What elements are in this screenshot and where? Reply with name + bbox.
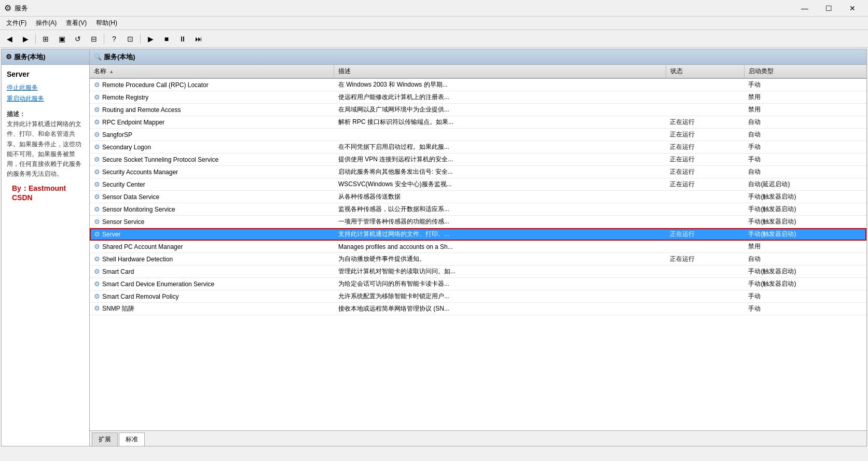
col-header-status[interactable]: 状态 [666, 65, 744, 78]
service-icon: ⚙ [94, 118, 100, 126]
service-icon: ⚙ [94, 180, 100, 188]
table-row[interactable]: ⚙Smart Card管理此计算机对智能卡的读取访问问。如...手动(触发器启动… [90, 266, 866, 278]
services-table[interactable]: 名称 ▲ 描述 状态 启动类型 [90, 65, 866, 430]
table-row[interactable]: ⚙Security Accounts Manager启动此服务将向其他服务发出信… [90, 166, 866, 178]
service-icon: ⚙ [94, 218, 100, 226]
service-name-cell: ⚙Sensor Data Service [90, 191, 334, 203]
service-status-cell [666, 303, 744, 315]
service-status-cell: 正在运行 [666, 178, 744, 191]
service-status-cell [666, 266, 744, 278]
separator-3 [140, 34, 141, 44]
table-row[interactable]: ⚙Sensor Data Service从各种传感器传送数据手动(触发器启动) [90, 191, 866, 203]
col-header-startup[interactable]: 启动类型 [744, 65, 866, 78]
service-icon: ⚙ [94, 205, 100, 213]
col-header-name[interactable]: 名称 ▲ [90, 65, 334, 78]
restart-service-link[interactable]: 重启动此服务 [7, 94, 84, 103]
service-desc-cell: WSCSVC(Windows 安全中心)服务监视... [334, 178, 666, 191]
table-row[interactable]: ⚙Remote Registry使远程用户能修改此计算机上的注册表...禁用 [90, 91, 866, 104]
menu-help[interactable]: 帮助(H) [92, 18, 121, 29]
service-desc-cell: 管理此计算机对智能卡的读取访问问。如... [334, 266, 666, 278]
service-name-cell: ⚙Shared PC Account Manager [90, 241, 334, 253]
table-row[interactable]: ⚙Sensor Service一项用于管理各种传感器的功能的传感...手动(触发… [90, 216, 866, 228]
menu-view[interactable]: 查看(V) [62, 18, 91, 29]
desc-label: 描述： [7, 110, 25, 118]
forward-button[interactable]: ▶ [18, 32, 33, 46]
table-row[interactable]: ⚙Secondary Logon在不同凭据下启用启动过程。如果此服...正在运行… [90, 141, 866, 153]
service-desc-cell: 监视各种传感器，以公开数据和适应系... [334, 203, 666, 216]
menu-action[interactable]: 操作(A) [32, 18, 61, 29]
restart-button[interactable]: ⏭ [191, 32, 206, 46]
service-desc-cell: 为自动播放硬件事件提供通知。 [334, 253, 666, 266]
service-status-cell: 正在运行 [666, 141, 744, 153]
content-header-title: 服务(本地) [104, 52, 135, 62]
help-button[interactable]: ? [107, 32, 121, 46]
tab-expand[interactable]: 扩展 [92, 432, 118, 446]
service-name-cell: ⚙Security Center [90, 178, 334, 191]
table-row[interactable]: ⚙Security CenterWSCSVC(Windows 安全中心)服务监视… [90, 178, 866, 191]
service-startup-cell: 手动 [744, 141, 866, 153]
view1-button[interactable]: ⊞ [38, 32, 53, 46]
service-startup-cell: 自动 [744, 253, 866, 266]
table-row[interactable]: ⚙Smart Card Device Enumeration Service为给… [90, 278, 866, 290]
minimize-button[interactable]: — [793, 1, 816, 16]
back-button[interactable]: ◀ [2, 32, 17, 46]
service-icon: ⚙ [94, 268, 100, 275]
service-icon: ⚙ [94, 143, 100, 151]
menubar: 文件(F) 操作(A) 查看(V) 帮助(H) [0, 17, 868, 30]
service-status-cell [666, 241, 744, 253]
window-controls: — ☐ ✕ [793, 1, 864, 16]
service-desc-cell: 使远程用户能修改此计算机上的注册表... [334, 91, 666, 104]
service-name-cell: ⚙Sensor Service [90, 216, 334, 228]
service-startup-cell: 手动(触发器启动) [744, 191, 866, 203]
table-header-row: 名称 ▲ 描述 状态 启动类型 [90, 65, 866, 78]
sidebar-description: 描述： 支持此计算机通过网络的文件、打印、和命名管道共享。如果服务停止，这些功能… [7, 109, 84, 179]
service-startup-cell: 手动(触发器启动) [744, 266, 866, 278]
bottom-tabs: 扩展 标准 [90, 430, 866, 446]
service-desc-cell: 允许系统配置为移除智能卡时锁定用户... [334, 290, 666, 303]
watermark: By：Eastmount CSDN [7, 179, 84, 207]
table-row[interactable]: ⚙Shared PC Account ManagerManages profil… [90, 241, 866, 253]
service-name-cell: ⚙Remote Registry [90, 91, 334, 104]
close-button[interactable]: ✕ [841, 1, 864, 16]
service-icon: ⚙ [94, 304, 100, 312]
service-icon: ⚙ [94, 280, 100, 288]
service-status-cell [666, 216, 744, 228]
stop-button[interactable]: ■ [159, 32, 174, 46]
export-button[interactable]: ⊟ [87, 32, 101, 46]
view2-button[interactable]: ▣ [54, 32, 69, 46]
table-row[interactable]: ⚙Smart Card Removal Policy允许系统配置为移除智能卡时锁… [90, 290, 866, 303]
table-row[interactable]: ⚙Sensor Monitoring Service监视各种传感器，以公开数据和… [90, 203, 866, 216]
stop-service-link[interactable]: 停止此服务 [7, 83, 84, 92]
view3-button[interactable]: ⊡ [123, 32, 137, 46]
service-name-cell: ⚙Smart Card [90, 266, 334, 278]
table-row[interactable]: ⚙Server支持此计算机通过网络的文件、打印、...正在运行手动(触发器启动) [90, 228, 866, 241]
menu-file[interactable]: 文件(F) [2, 18, 31, 29]
service-desc-cell: 为给定会话可访问的所有智能卡读卡器... [334, 278, 666, 290]
service-name-cell: ⚙Remote Procedure Call (RPC) Locator [90, 78, 334, 91]
service-icon: ⚙ [94, 131, 100, 138]
table-row[interactable]: ⚙Remote Procedure Call (RPC) Locator在 Wi… [90, 78, 866, 91]
col-header-desc[interactable]: 描述 [334, 65, 666, 78]
table-row[interactable]: ⚙SangforSP正在运行自动 [90, 129, 866, 141]
table-row[interactable]: ⚙Routing and Remote Access在局域网以及广域网环境中为企… [90, 104, 866, 116]
tab-standard[interactable]: 标准 [119, 432, 145, 446]
service-desc-cell: 解析 RPC 接口标识符以传输端点。如果... [334, 116, 666, 129]
service-icon: ⚙ [94, 230, 100, 238]
service-startup-cell: 自动 [744, 129, 866, 141]
service-status-cell: 正在运行 [666, 129, 744, 141]
table-row[interactable]: ⚙SNMP 陷阱接收本地或远程简单网络管理协议 (SN...手动 [90, 303, 866, 315]
refresh-button[interactable]: ↺ [71, 32, 85, 46]
service-icon: ⚙ [94, 255, 100, 263]
service-name-cell: ⚙Routing and Remote Access [90, 104, 334, 116]
table-row[interactable]: ⚙Secure Socket Tunneling Protocol Servic… [90, 153, 866, 166]
table-row[interactable]: ⚙Shell Hardware Detection为自动播放硬件事件提供通知。正… [90, 253, 866, 266]
table-row[interactable]: ⚙RPC Endpoint Mapper解析 RPC 接口标识符以传输端点。如果… [90, 116, 866, 129]
maximize-button[interactable]: ☐ [817, 1, 840, 16]
pause-button[interactable]: ⏸ [175, 32, 190, 46]
services-tbody: ⚙Remote Procedure Call (RPC) Locator在 Wi… [90, 78, 866, 315]
service-name-cell: ⚙Sensor Monitoring Service [90, 203, 334, 216]
service-name-cell: ⚙Server [90, 228, 334, 241]
titlebar: ⚙ 服务 — ☐ ✕ [0, 0, 868, 17]
play-button[interactable]: ▶ [143, 32, 158, 46]
service-startup-cell: 手动 [744, 78, 866, 91]
